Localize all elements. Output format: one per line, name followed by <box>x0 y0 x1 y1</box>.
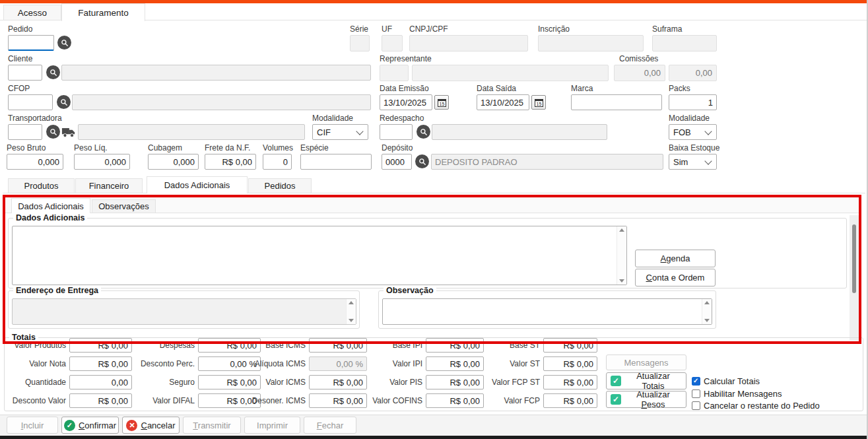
cancelar-button[interactable]: ✕Cancelar <box>122 417 180 434</box>
modalidade-redespacho-select[interactable]: FOB <box>669 124 717 140</box>
confirmar-button[interactable]: ✓Confirmar <box>61 417 119 434</box>
cubagem-input[interactable] <box>148 154 199 170</box>
valor-fcp-st-input[interactable] <box>543 375 597 389</box>
transportadora-code-input[interactable] <box>8 124 42 140</box>
textarea-scrollbar[interactable] <box>346 299 356 324</box>
cnpj-cpf-label: CNPJ/CPF <box>409 25 448 34</box>
svg-text:15: 15 <box>536 101 541 106</box>
textarea-scrollbar[interactable] <box>617 226 626 285</box>
valor-produtos-label: Valor Produtos <box>0 341 66 350</box>
redespacho-search-button[interactable] <box>417 125 430 139</box>
peso-bruto-label: Peso Bruto <box>7 144 46 152</box>
truck-icon <box>61 127 76 138</box>
chevron-down-icon <box>356 127 363 135</box>
tab-dados-adicionais[interactable]: Dados Adicionais <box>147 176 248 193</box>
cliente-label: Cliente <box>8 55 32 63</box>
dados-adicionais-textarea-wrap <box>12 226 627 285</box>
pedido-input[interactable] <box>8 35 54 51</box>
scroll-down-icon <box>349 319 354 322</box>
tab-pedidos[interactable]: Pedidos <box>248 178 312 193</box>
search-icon <box>50 69 57 77</box>
calcular-totais-checkbox[interactable] <box>692 377 700 386</box>
packs-input[interactable] <box>669 94 717 110</box>
baixa-estoque-select[interactable]: Sim <box>669 154 717 170</box>
valor-st-input[interactable] <box>543 356 597 371</box>
scroll-up-icon <box>704 301 710 304</box>
atualizar-totais-button[interactable]: ✓Atualizar Totais <box>606 372 686 389</box>
marca-input[interactable] <box>571 94 662 110</box>
data-emissao-calendar-button[interactable]: 15 <box>434 95 449 110</box>
comissoes-label: Comissões <box>619 55 658 63</box>
data-saida-calendar-button[interactable]: 15 <box>531 95 546 110</box>
volumes-label: Volumes <box>263 144 293 152</box>
transportadora-truck-button[interactable] <box>61 125 77 139</box>
imprimir-button-label: Imprimir <box>257 421 288 430</box>
deposito-search-button[interactable] <box>415 154 429 168</box>
desoner-icms-label: Desoner. ICMS <box>233 397 306 405</box>
textarea-scrollbar[interactable] <box>702 299 712 324</box>
cancelar-restante-pedido-checkbox-label: Cancelar o restante do Pedido <box>704 401 820 411</box>
especie-input[interactable] <box>300 154 372 170</box>
endereco-entrega-group-title: Endereço de Entrega <box>13 287 101 295</box>
cliente-name-field <box>61 65 371 81</box>
inner-tab-observacoes[interactable]: Observações <box>92 199 156 213</box>
svg-text:15: 15 <box>439 101 444 106</box>
habilitar-mensagens-checkbox-label: Habilitar Mensagens <box>704 389 782 399</box>
confirmar-button-label: Confirmar <box>79 421 116 430</box>
modalidade-redespacho-value: FOB <box>673 127 691 137</box>
incluir-button: Incluir <box>7 417 58 434</box>
redespacho-code-input[interactable] <box>380 124 413 140</box>
mensagens-button: Mensagens <box>606 355 686 370</box>
peso-liq-input[interactable] <box>74 154 130 170</box>
cfop-code-input[interactable] <box>8 94 53 110</box>
deposito-code-input[interactable] <box>382 154 412 170</box>
data-saida-input[interactable] <box>477 94 529 110</box>
dados-adicionais-textarea[interactable] <box>13 226 616 285</box>
cfop-name-field <box>72 94 371 110</box>
valor-fcp-input[interactable] <box>543 393 597 408</box>
search-icon <box>61 39 69 47</box>
endereco-entrega-textarea-wrap <box>12 298 356 325</box>
representante-label: Representante <box>380 55 432 63</box>
cliente-search-button[interactable] <box>46 65 60 79</box>
fechar-button: Fechar <box>304 417 356 434</box>
tab-faturamento[interactable]: Faturamento <box>61 3 145 21</box>
deposito-name-field <box>431 154 663 170</box>
atualizar-totais-button-label: Atualizar Totais <box>624 371 682 391</box>
inner-tab-dados-adicionais[interactable]: Dados Adicionais <box>11 198 90 213</box>
conta-e-ordem-button[interactable]: Conta e Ordem <box>635 269 716 287</box>
cancelar-restante-pedido-checkbox[interactable] <box>692 401 700 410</box>
agenda-button[interactable]: Agenda <box>635 250 716 267</box>
base-st-input[interactable] <box>543 338 597 353</box>
volumes-input[interactable] <box>263 154 292 170</box>
panel-scrollbar[interactable] <box>850 215 859 341</box>
valor-difal-label: Valor DIFAL <box>122 397 195 405</box>
check-square-icon: ✓ <box>611 394 621 405</box>
cliente-code-input[interactable] <box>8 65 42 81</box>
agenda-button-label: Agenda <box>661 253 690 263</box>
chevron-down-icon <box>704 157 712 164</box>
transportadora-search-button[interactable] <box>46 125 60 139</box>
modalidade-redespacho-label: Modalidade <box>669 114 710 123</box>
tab-financeiro[interactable]: Financeiro <box>75 178 143 193</box>
peso-bruto-input[interactable] <box>7 154 63 170</box>
serie-label: Série <box>350 25 368 34</box>
search-icon <box>420 128 428 136</box>
atualizar-pesos-button[interactable]: ✓Atualizar Pesos <box>606 391 686 408</box>
seguro-label: Seguro <box>122 378 195 387</box>
deposito-label: Depósito <box>382 144 413 152</box>
modalidade-frete-select[interactable]: CIF <box>312 124 368 140</box>
tab-produtos[interactable]: Produtos <box>8 178 75 193</box>
habilitar-mensagens-checkbox[interactable] <box>692 389 700 398</box>
data-emissao-input[interactable] <box>380 94 432 110</box>
tab-acesso[interactable]: Acesso <box>3 5 61 20</box>
especie-label: Espécie <box>300 144 329 152</box>
scroll-up-icon <box>349 301 354 304</box>
modalidade-frete-value: CIF <box>317 127 331 137</box>
observacao-textarea-wrap <box>382 298 712 325</box>
cfop-search-button[interactable] <box>57 95 71 109</box>
panel-scrollbar-thumb[interactable] <box>852 224 856 293</box>
pedido-search-button[interactable] <box>57 36 71 50</box>
frete-nf-input[interactable] <box>205 154 256 170</box>
observacao-textarea[interactable] <box>383 299 701 324</box>
